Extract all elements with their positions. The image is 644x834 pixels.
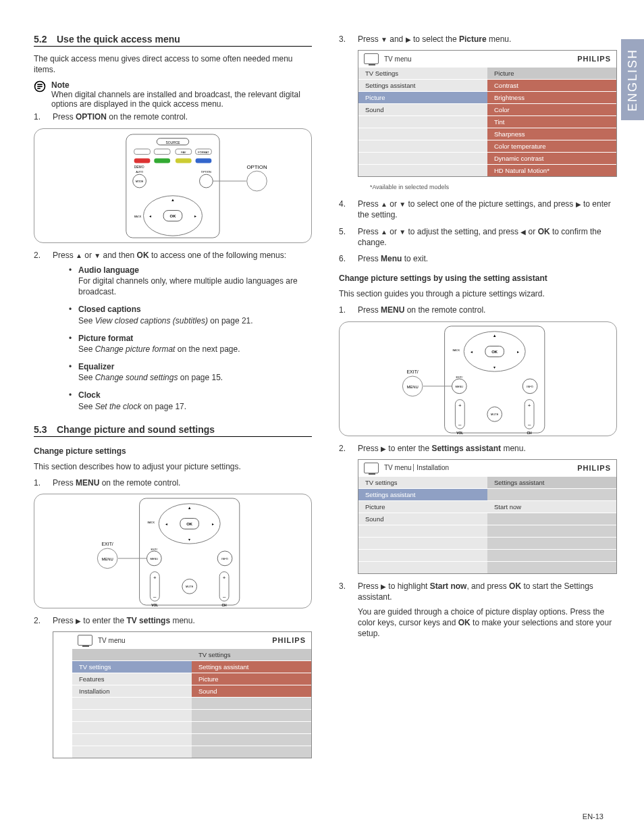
tv-icon	[364, 53, 379, 64]
page-number: EN-13	[583, 812, 603, 820]
svg-text:▲: ▲	[188, 506, 192, 510]
r	[358, 549, 487, 561]
svg-text:MENU: MENU	[101, 557, 113, 561]
svg-text:EXIT/: EXIT/	[407, 369, 419, 374]
svg-text:–: –	[223, 594, 226, 600]
svg-rect-14	[176, 158, 192, 163]
r	[487, 561, 616, 573]
philips-brand: PHILIPS	[577, 464, 611, 472]
note-block: Note When digital channels are installed…	[34, 80, 312, 109]
section-5-2-heading: 5.2Use the quick access menu	[34, 34, 312, 47]
t: Press	[358, 34, 381, 44]
up-triangle-icon: ▲	[76, 252, 82, 259]
r	[487, 549, 616, 561]
svg-text:◂: ◂	[149, 214, 151, 218]
svg-rect-2	[37, 86, 43, 88]
svg-text:▸: ▸	[194, 214, 196, 218]
s1-steps: Press MENU on the remote control.	[34, 477, 312, 488]
osd2-l3: Sound	[358, 103, 487, 115]
section-5-2-intro: The quick access menu gives direct acces…	[34, 53, 312, 75]
up-triangle-icon: ▲	[381, 201, 387, 208]
r	[487, 488, 616, 500]
svg-text:▲: ▲	[493, 333, 497, 337]
s2-steps: Press MENU on the remote control.	[339, 305, 617, 315]
svg-text:CH: CH	[527, 432, 533, 435]
t: Installation	[413, 464, 449, 471]
t: Change picture format	[95, 344, 176, 354]
down-triangle-icon: ▼	[399, 201, 406, 208]
t: on the remote control.	[99, 478, 180, 488]
svg-rect-3	[37, 88, 41, 90]
svg-text:▲: ▲	[171, 197, 175, 201]
svg-text:EXIT/: EXIT/	[456, 375, 463, 379]
svg-text:VOL: VOL	[456, 432, 463, 435]
svg-text:OPTION: OPTION	[246, 164, 267, 170]
right-triangle-icon: ▶	[381, 445, 386, 452]
r	[358, 537, 487, 549]
svg-text:FAV: FAV	[181, 150, 186, 153]
svg-text:BACK: BACK	[147, 521, 155, 525]
t: Set the clock	[95, 402, 142, 411]
tv-icon	[364, 463, 379, 473]
t: to enter the	[386, 444, 431, 453]
r	[72, 697, 192, 709]
r	[192, 746, 311, 758]
t: Equalizer	[78, 362, 114, 371]
t: OK	[538, 227, 550, 236]
osd2-l2: Picture	[358, 91, 487, 103]
down-triangle-icon: ▼	[381, 36, 387, 43]
svg-rect-7	[154, 149, 170, 154]
t: TV menu	[384, 464, 412, 471]
note-body-text: When digital channels are installed and …	[51, 90, 312, 109]
sec52-step-2: Press ▲ or ▼ and then OK to access one o…	[34, 250, 312, 412]
svg-rect-6	[134, 149, 151, 154]
t: or	[387, 227, 399, 236]
up-triangle-icon: ▲	[381, 228, 387, 236]
osd3-r1: Start now	[487, 500, 616, 513]
remote-diagram-menu-2: OK ▲ ▾ ◂ ▸ BACK MENU EXIT/ INFO + – VOL …	[339, 321, 617, 436]
r	[358, 152, 487, 164]
osd2-r0: Contrast	[487, 79, 616, 91]
page-columns: 5.2Use the quick access menu The quick a…	[34, 34, 617, 765]
t: , and press	[466, 581, 509, 591]
svg-text:EXIT/: EXIT/	[102, 542, 113, 546]
t: Press	[53, 112, 76, 122]
t: TV settings	[126, 616, 170, 625]
osd2-l0: TV Settings	[358, 67, 487, 79]
t: Start now	[430, 581, 467, 591]
s1-steps-2: Press ▶ to enter the TV settings menu.	[34, 615, 312, 626]
t: or	[82, 251, 94, 260]
subhead-setting-assistant: Change picture settings by using the set…	[339, 273, 617, 283]
svg-text:DEMO: DEMO	[134, 165, 144, 169]
svg-text:CH: CH	[222, 604, 227, 607]
t: See	[78, 402, 95, 411]
osd1-r0: Settings assistant	[192, 660, 311, 673]
svg-text:MUTE: MUTE	[491, 413, 499, 416]
t: Picture	[459, 34, 487, 44]
t: on page 15.	[178, 373, 223, 382]
osd-tv-settings: TV menu PHILIPS TV settings Features Ins…	[53, 631, 312, 758]
svg-text:BACK: BACK	[134, 215, 142, 218]
r	[487, 513, 616, 525]
t: on the remote control.	[107, 112, 188, 122]
svg-text:OK: OK	[186, 523, 193, 527]
t: Press	[53, 616, 76, 625]
tv-icon	[78, 635, 92, 646]
t: For digital channels only, where multipl…	[78, 276, 298, 296]
t: Press	[358, 227, 381, 236]
r	[487, 537, 616, 549]
svg-text:MODE: MODE	[136, 180, 144, 183]
s2-steps-3: Press ▶ to highlight Start now, and pres…	[339, 581, 617, 640]
t: or	[387, 199, 399, 209]
right-triangle-icon: ▶	[576, 201, 581, 208]
t: Press	[53, 251, 76, 260]
osd3-right-head: Settings assistant	[487, 476, 616, 488]
r	[358, 115, 487, 128]
sec52-step-1: Press OPTION on the remote control.	[34, 111, 312, 122]
s2-step-2: Press ▶ to enter the Settings assistant …	[339, 443, 617, 454]
t: or	[526, 227, 537, 236]
r	[72, 709, 192, 721]
s1-step-5: Press ▲ or ▼ to adjust the setting, and …	[339, 226, 617, 248]
t: to select the	[411, 34, 459, 44]
s2-step-3: Press ▶ to highlight Start now, and pres…	[339, 581, 617, 640]
